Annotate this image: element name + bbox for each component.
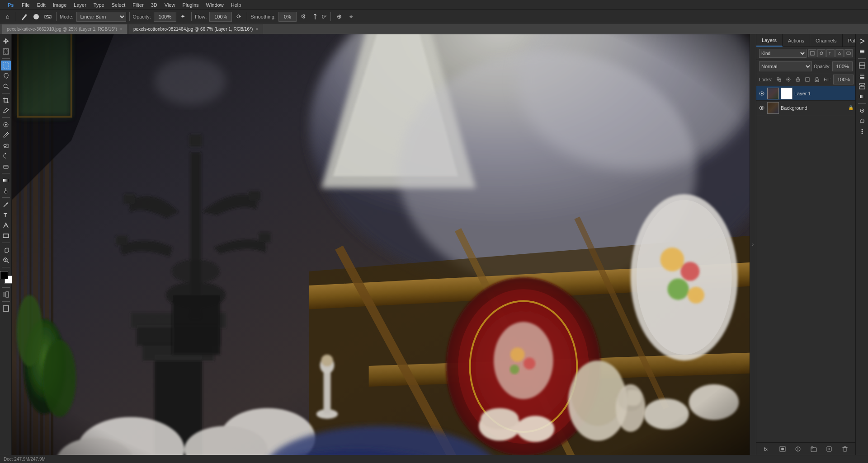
svg-rect-140 [860,74,864,75]
right-color-btn[interactable] [857,71,867,81]
layer-item-background[interactable]: Background 🔒 [756,101,855,115]
color-swatches[interactable] [0,271,13,284]
quick-selection-tool[interactable] [1,81,11,91]
dodge-tool[interactable] [1,186,11,196]
menu-view[interactable]: View [161,1,179,9]
spot-heal-tool[interactable] [1,120,11,130]
blend-mode-row: Normal Dissolve Multiply Screen Overlay … [756,60,855,73]
tab-actions[interactable]: Actions [783,34,810,47]
brush-circle-icon[interactable] [31,12,41,22]
history-brush-tool[interactable] [1,151,11,161]
separator-2 [56,12,57,21]
gradient-tool[interactable] [1,175,11,185]
brush-tool[interactable] [1,130,11,140]
menu-window[interactable]: Window [203,1,227,9]
right-info-btn[interactable] [857,61,867,70]
eyedropper-tool[interactable] [1,106,11,116]
smoothing-label: Smoothing: [250,14,276,19]
delete-layer-button[interactable] [840,444,849,454]
right-layers-btn[interactable] [857,47,867,56]
screen-mode-button[interactable] [1,304,11,313]
lock-artboard-btn[interactable] [803,75,811,84]
lasso-tool[interactable] [1,71,11,81]
right-expand-btn[interactable] [857,36,867,46]
add-adjustment-button[interactable] [793,444,802,454]
lock-all-btn[interactable] [813,75,821,84]
menu-filter[interactable]: Filter [129,1,147,9]
menu-select[interactable]: Select [108,1,129,9]
smoothing-settings-icon[interactable]: ⚙ [298,12,308,22]
symmetry-icon[interactable]: ⌖ [346,12,356,22]
right-properties-btn[interactable] [857,106,867,116]
menu-3d[interactable]: 3D [147,1,161,9]
lock-pixels-btn[interactable] [784,75,793,84]
menu-image[interactable]: Image [49,1,71,9]
filter-smart-icon[interactable] [844,49,853,57]
menu-file[interactable]: File [18,1,33,9]
tab-2[interactable]: pexels-cottonbro-9821464.jpg @ 66.7% (La… [128,24,263,34]
tab-1-close[interactable]: × [120,27,123,32]
menu-edit[interactable]: Edit [33,1,49,9]
filter-shape-icon[interactable] [835,49,844,57]
brush-mode-icon[interactable] [43,12,53,22]
panel-collapse-button[interactable]: › [750,34,756,455]
home-button[interactable]: ⌂ [3,12,13,22]
new-group-button[interactable] [809,444,818,454]
zoom-tool[interactable] [1,255,11,265]
clone-tool[interactable] [1,140,11,150]
menu-plugins[interactable]: Plugins [179,1,202,9]
right-swatches-btn[interactable] [857,81,867,91]
opacity-label: Opacity: [133,14,151,19]
smoothing-angle-icon[interactable] [310,12,320,22]
layers-search-row: Kind Name Effect Mode Attribute Color T [756,47,855,60]
tab-1[interactable]: pexels-katie-e-3662910.jpg @ 25% (Layer … [2,24,127,34]
brush-tool-icon[interactable] [19,12,29,22]
layer-item-layer1[interactable]: Layer 1 [756,86,855,101]
rectangle-shape-tool[interactable] [1,231,11,241]
pen-tool[interactable] [1,200,11,210]
type-tool[interactable]: T [1,210,11,220]
move-tool[interactable] [1,36,11,46]
tab-2-close[interactable]: × [255,27,258,32]
hand-tool[interactable] [1,245,11,255]
layer-visibility-toggle-bg[interactable] [758,104,765,112]
layer-visibility-toggle-1[interactable] [758,90,765,97]
eraser-tool[interactable] [1,161,11,171]
right-gradient-btn[interactable] [857,92,867,102]
blend-mode-select[interactable]: Normal Dissolve Multiply Screen Overlay … [759,61,812,71]
artboard-tool[interactable] [1,47,11,56]
flow-input[interactable] [209,12,232,22]
tab-layers[interactable]: Layers [756,34,783,47]
svg-text:T: T [4,212,7,219]
mode-select[interactable]: Linear Burn [76,12,126,22]
add-mask-button[interactable] [778,444,787,454]
path-selection-tool[interactable] [1,220,11,230]
flow-icon[interactable]: ⟳ [234,12,244,22]
filter-pixel-icon[interactable] [808,49,816,57]
pressure-icon[interactable]: ⊕ [334,12,344,22]
quick-mask-button[interactable] [1,290,11,299]
right-more-btn[interactable] [857,126,867,136]
fill-input[interactable] [833,75,854,84]
new-layer-button[interactable] [825,444,834,454]
layer-filter-type[interactable]: Kind Name Effect Mode Attribute Color [759,49,807,58]
foreground-color-swatch[interactable] [0,271,8,279]
menu-ps[interactable]: Ps [4,0,18,10]
tab-channels[interactable]: Channels [810,34,842,47]
opacity-airbrush-icon[interactable]: ✦ [178,12,188,22]
add-layer-style-button[interactable]: fx [762,444,771,454]
lock-position-btn[interactable] [794,75,802,84]
menu-help[interactable]: Help [227,1,245,9]
lock-transparent-btn[interactable] [775,75,783,84]
crop-tool[interactable] [1,95,11,105]
flow-label: Flow: [195,14,207,19]
opacity-input[interactable] [832,61,853,71]
menu-layer[interactable]: Layer [70,1,90,9]
filter-adjust-icon[interactable] [817,49,826,57]
rectangular-marquee-tool[interactable] [1,61,11,70]
opacity-input[interactable] [154,12,176,22]
menu-type[interactable]: Type [90,1,108,9]
filter-type-icon[interactable]: T [826,49,835,57]
smoothing-input[interactable] [278,12,297,22]
right-learn-btn[interactable] [857,116,867,126]
